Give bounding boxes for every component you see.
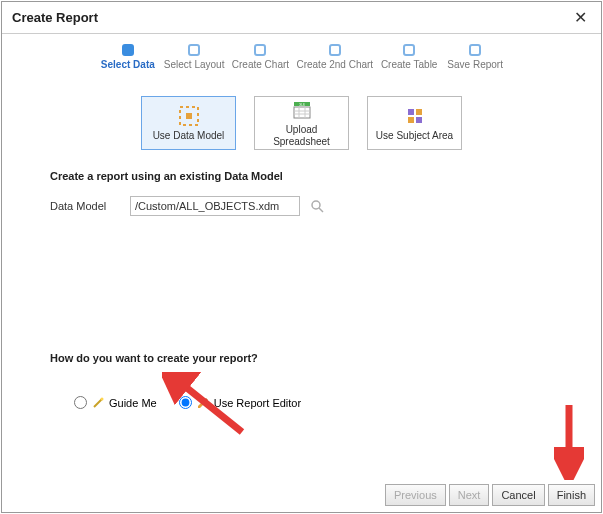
finish-button[interactable]: Finish <box>548 484 595 506</box>
card-use-subject-area[interactable]: Use Subject Area <box>367 96 462 150</box>
cancel-button[interactable]: Cancel <box>492 484 544 506</box>
next-button[interactable]: Next <box>449 484 490 506</box>
svg-rect-11 <box>408 117 414 123</box>
svg-point-16 <box>101 397 104 400</box>
radio-use-editor-input[interactable] <box>179 396 192 409</box>
data-model-input[interactable] <box>130 196 300 216</box>
question-header: How do you want to create your report? <box>50 352 553 364</box>
data-model-icon <box>178 105 200 127</box>
data-model-label: Data Model <box>50 200 120 212</box>
search-icon[interactable] <box>310 199 324 213</box>
titlebar: Create Report ✕ <box>2 2 601 34</box>
section-header: Create a report using an existing Data M… <box>50 170 553 182</box>
card-upload-spreadsheet[interactable]: XLS Upload Spreadsheet <box>254 96 349 150</box>
wand-icon <box>92 397 104 409</box>
step-create-2nd-chart[interactable]: Create 2nd Chart <box>296 44 373 70</box>
svg-marker-17 <box>198 399 207 408</box>
svg-rect-1 <box>186 113 192 119</box>
subject-area-icon <box>404 105 426 127</box>
source-cards: Use Data Model XLS Upload Spreadsheet Us… <box>2 78 601 162</box>
svg-text:XLS: XLS <box>299 102 305 106</box>
svg-rect-9 <box>408 109 414 115</box>
pencil-icon <box>197 397 209 409</box>
card-label: Use Subject Area <box>376 130 453 142</box>
svg-point-13 <box>312 201 320 209</box>
svg-line-14 <box>319 208 323 212</box>
card-label: Upload Spreadsheet <box>259 124 344 148</box>
radio-label: Guide Me <box>109 397 157 409</box>
radio-use-editor[interactable]: Use Report Editor <box>179 396 301 409</box>
radio-label: Use Report Editor <box>214 397 301 409</box>
step-create-table[interactable]: Create Table <box>379 44 439 70</box>
step-create-chart[interactable]: Create Chart <box>230 44 290 70</box>
wizard-stepper: Select Data Select Layout Create Chart C… <box>2 34 601 78</box>
radio-guide-me-input[interactable] <box>74 396 87 409</box>
create-mode-section: How do you want to create your report? <box>2 344 601 386</box>
dialog-title: Create Report <box>12 10 98 25</box>
dialog-footer: Previous Next Cancel Finish <box>385 484 595 506</box>
svg-line-15 <box>94 399 102 407</box>
data-model-row: Data Model <box>50 196 553 216</box>
step-select-layout[interactable]: Select Layout <box>164 44 225 70</box>
step-select-data[interactable]: Select Data <box>98 44 158 70</box>
data-model-section: Create a report using an existing Data M… <box>2 162 601 224</box>
svg-rect-12 <box>416 117 422 123</box>
radio-guide-me[interactable]: Guide Me <box>74 396 157 409</box>
spreadsheet-icon: XLS <box>291 99 313 121</box>
close-icon[interactable]: ✕ <box>570 8 591 27</box>
previous-button[interactable]: Previous <box>385 484 446 506</box>
step-save-report[interactable]: Save Report <box>445 44 505 70</box>
svg-rect-10 <box>416 109 422 115</box>
create-mode-radios: Guide Me Use Report Editor <box>2 386 601 419</box>
card-use-data-model[interactable]: Use Data Model <box>141 96 236 150</box>
create-report-dialog: Create Report ✕ Select Data Select Layou… <box>1 1 602 513</box>
card-label: Use Data Model <box>153 130 225 142</box>
svg-rect-4 <box>294 107 310 118</box>
